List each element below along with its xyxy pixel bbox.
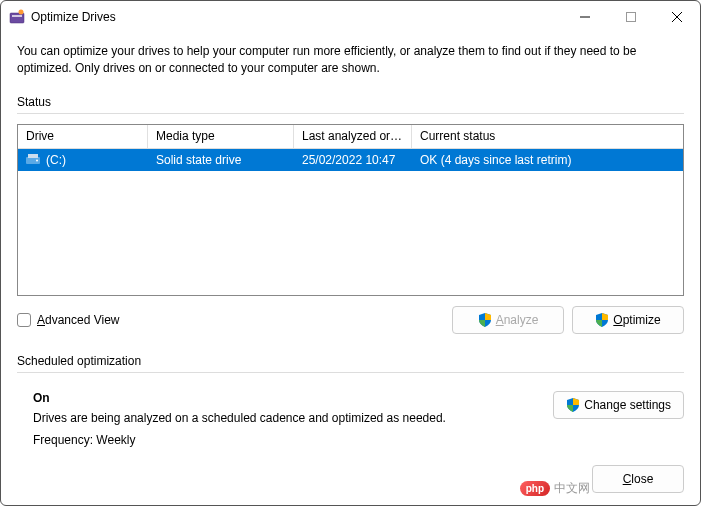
scheduled-frequency: Frequency: Weekly <box>33 433 553 447</box>
shield-icon <box>595 313 609 327</box>
svg-point-2 <box>19 10 24 15</box>
svg-rect-0 <box>10 13 24 23</box>
table-header: Drive Media type Last analyzed or o... C… <box>18 125 683 149</box>
drive-name: (C:) <box>46 153 66 167</box>
shield-icon <box>478 313 492 327</box>
close-button[interactable]: Close <box>592 465 684 493</box>
watermark-badge: php <box>520 481 550 496</box>
description-text: You can optimize your drives to help you… <box>17 43 684 77</box>
checkbox-icon <box>17 313 31 327</box>
titlebar: Optimize Drives <box>1 1 700 33</box>
divider <box>17 113 684 114</box>
column-header-analyzed[interactable]: Last analyzed or o... <box>294 125 412 148</box>
table-row[interactable]: (C:) Solid state drive 25/02/2022 10:47 … <box>18 149 683 171</box>
svg-point-9 <box>36 159 38 161</box>
divider <box>17 372 684 373</box>
drive-table: Drive Media type Last analyzed or o... C… <box>17 124 684 296</box>
optimize-button[interactable]: Optimize <box>572 306 684 334</box>
scheduled-description: Drives are being analyzed on a scheduled… <box>33 411 553 425</box>
scheduled-status: On <box>33 391 553 405</box>
cell-drive: (C:) <box>18 151 148 169</box>
cell-status: OK (4 days since last retrim) <box>412 151 683 169</box>
analyze-button[interactable]: Analyze <box>452 306 564 334</box>
maximize-button[interactable] <box>608 1 654 33</box>
advanced-view-label: Advanced View <box>37 313 120 327</box>
drive-icon <box>26 154 42 166</box>
column-header-status[interactable]: Current status <box>412 125 683 148</box>
window-title: Optimize Drives <box>31 10 562 24</box>
status-label: Status <box>17 95 684 109</box>
change-settings-button[interactable]: Change settings <box>553 391 684 419</box>
cell-analyzed: 25/02/2022 10:47 <box>294 151 412 169</box>
window-controls <box>562 1 700 33</box>
shield-icon <box>566 398 580 412</box>
column-header-drive[interactable]: Drive <box>18 125 148 148</box>
svg-rect-1 <box>12 15 22 17</box>
svg-rect-8 <box>28 154 38 158</box>
cell-media: Solid state drive <box>148 151 294 169</box>
close-window-button[interactable] <box>654 1 700 33</box>
column-header-media[interactable]: Media type <box>148 125 294 148</box>
minimize-button[interactable] <box>562 1 608 33</box>
app-icon <box>9 9 25 25</box>
svg-rect-4 <box>627 13 636 22</box>
watermark-text: 中文网 <box>554 480 590 497</box>
scheduled-label: Scheduled optimization <box>17 354 684 368</box>
advanced-view-checkbox[interactable]: Advanced View <box>17 313 444 327</box>
watermark: php 中文网 <box>520 480 590 497</box>
